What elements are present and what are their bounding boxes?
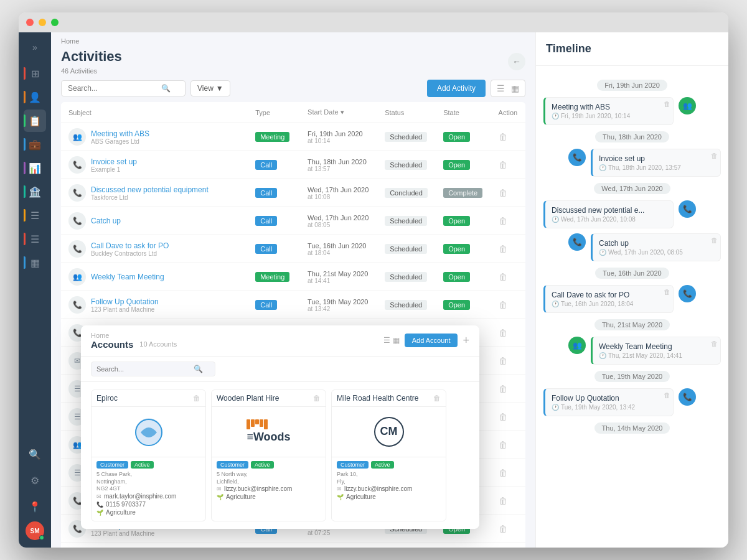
sidebar-item-contacts[interactable]: 👤 (24, 86, 46, 108)
subject-sub-1: Example 1 (91, 166, 137, 173)
sidebar-item-list2[interactable]: ☰ (24, 228, 46, 250)
sidebar-item-accounts[interactable]: 🏦 (24, 180, 46, 203)
overlay-grid-icon[interactable]: ▦ (393, 336, 400, 345)
mileroad-delete-icon[interactable]: 🗑 (433, 394, 441, 403)
delete-row-10[interactable]: 🗑 (499, 412, 507, 422)
account-card-mileroad-header: Mile Road Health Centre 🗑 (332, 390, 446, 407)
sidebar-item-reports[interactable]: 📊 (24, 157, 46, 179)
table-row: 📞 Follow Up Quotation 123 Plant and Mach… (61, 291, 525, 319)
overlay-search-input[interactable] (96, 365, 190, 373)
add-activity-button[interactable]: Add Activity (427, 80, 486, 97)
delete-row-2[interactable]: 🗑 (499, 188, 507, 198)
clock-icon-invoice: 🕐 (599, 164, 606, 171)
tl-card-discussed: Discussed new potential e... 🕐 Wed, 17th… (543, 200, 674, 228)
list1-icon: ☰ (31, 210, 39, 222)
subject-name-4[interactable]: Call Dave to ask for PO (91, 241, 169, 250)
delete-row-12[interactable]: 🗑 (499, 468, 507, 478)
type-badge-1: Call (255, 160, 277, 170)
maximize-btn[interactable] (51, 19, 59, 26)
mileroad-badges: Customer Active (337, 461, 441, 469)
close-btn[interactable] (26, 19, 34, 26)
search-nav-icon[interactable]: 🔍 (24, 443, 46, 465)
timeline-date-thu18: Thu, 18th Jun 2020 (543, 131, 721, 142)
location-icon: 📍 (29, 501, 41, 513)
subject-name-1[interactable]: Invoice set up (91, 157, 137, 166)
status-badge-1: Scheduled (385, 160, 427, 170)
type-badge-6: Call (255, 300, 277, 310)
subject-name-0[interactable]: Meeting with ABS (91, 129, 149, 138)
sidebar-item-grid[interactable]: ▦ (24, 251, 46, 274)
tl-delete-weekly[interactable]: 🗑 (711, 340, 718, 347)
cell-subject: 📞 Invoice set up Example 1 (61, 151, 248, 179)
cell-state-2: Complete (436, 179, 491, 207)
cell-type-2: Call (248, 179, 300, 207)
sidebar-item-list1[interactable]: ☰ (24, 204, 46, 226)
subject-icon-4: 📞 (68, 240, 86, 258)
cell-date-15: Wed, 15th at 20:30 (300, 543, 377, 548)
subject-name-5[interactable]: Weekly Team Meeting (91, 273, 164, 281)
delete-row-9[interactable]: 🗑 (499, 384, 507, 394)
industry-icon-woods: 🌱 (217, 494, 223, 500)
subject-icon-3: 📞 (68, 212, 86, 230)
accounts-icon: 🏦 (29, 186, 41, 198)
epiroc-delete-icon[interactable]: 🗑 (193, 394, 200, 403)
cell-action-7: 🗑 (491, 319, 525, 347)
search-icon: 🔍 (161, 84, 171, 93)
cell-status-3: Scheduled (377, 207, 436, 235)
toolbar: 🔍 View ▼ Add Activity ☰ ▦ (51, 80, 535, 102)
subject-name-2[interactable]: Discussed new potential equipment (91, 185, 209, 194)
sidebar-item-activities[interactable]: 📋 (24, 110, 46, 132)
delete-row-1[interactable]: 🗑 (499, 160, 507, 170)
delete-row-3[interactable]: 🗑 (499, 216, 507, 226)
view-button[interactable]: View ▼ (190, 80, 230, 96)
tl-card-invoice: 🗑 Invoice set up 🕐 Thu, 18th Jun 2020, 1… (591, 149, 721, 177)
tl-delete-calldave[interactable]: 🗑 (664, 288, 670, 296)
subject-name-6[interactable]: Follow Up Quotation (91, 297, 159, 306)
delete-row-14[interactable]: 🗑 (499, 524, 507, 534)
back-button[interactable]: ← (508, 53, 525, 70)
overlay-add-account-button[interactable]: Add Account (405, 334, 458, 347)
overlay-search-box[interactable]: 🔍 (91, 362, 215, 376)
tl-delete-invoice[interactable]: 🗑 (711, 152, 718, 159)
overlay-close-button[interactable]: + (463, 335, 469, 346)
tl-delete-followup[interactable]: 🗑 (664, 391, 670, 399)
delete-row-6[interactable]: 🗑 (499, 300, 507, 310)
accounts-overlay: Home Accounts 10 Accounts ☰ ▦ Add Accoun… (81, 325, 479, 529)
subject-info-6: Follow Up Quotation 123 Plant and Machin… (91, 297, 159, 313)
account-card-mileroad: Mile Road Health Centre 🗑 CM Customer Ac… (331, 390, 446, 521)
sidebar-item-deals[interactable]: 💼 (24, 133, 46, 156)
settings-nav-icon[interactable]: ⚙ (24, 469, 46, 492)
tl-delete-meeting-abs[interactable]: 🗑 (664, 100, 670, 108)
email-icon-mileroad: ✉ (337, 486, 342, 492)
timeline-item-discussed: Discussed new potential e... 🕐 Wed, 17th… (543, 200, 721, 228)
overlay-count: 10 Accounts (139, 340, 177, 348)
user-avatar[interactable]: SM (26, 521, 44, 540)
delete-row-4[interactable]: 🗑 (499, 244, 507, 254)
account-card-woods-body: ≡Woods (212, 407, 326, 457)
grid-view-icon[interactable]: ▦ (509, 83, 521, 94)
cell-action-14: 🗑 (491, 515, 525, 543)
state-badge-5: Open (443, 272, 470, 282)
delete-row-5[interactable]: 🗑 (499, 272, 507, 282)
location-nav-icon[interactable]: 📍 (24, 495, 46, 518)
state-badge-1: Open (443, 160, 470, 170)
overlay-list-icon[interactable]: ☰ (383, 336, 390, 345)
delete-row-8[interactable]: 🗑 (499, 356, 507, 366)
sidebar-toggle[interactable]: » (27, 37, 42, 57)
woods-delete-icon[interactable]: 🗑 (313, 394, 321, 403)
delete-row-7[interactable]: 🗑 (499, 328, 507, 338)
sidebar-item-home[interactable]: ⊞ (24, 62, 46, 85)
list-view-icon[interactable]: ☰ (495, 83, 507, 94)
tl-delete-catchup[interactable]: 🗑 (711, 236, 718, 244)
grid-icon: ▦ (31, 257, 40, 269)
minimize-btn[interactable] (39, 19, 46, 26)
delete-row-11[interactable]: 🗑 (499, 440, 507, 450)
search-box[interactable]: 🔍 (61, 80, 186, 96)
delete-row-0[interactable]: 🗑 (499, 132, 507, 142)
col-startdate[interactable]: Start Date ▾ (300, 102, 377, 123)
delete-row-13[interactable]: 🗑 (499, 496, 507, 506)
cell-date-5: Thu, 21st May 2020 at 14:41 (300, 263, 377, 291)
subject-name-3[interactable]: Catch up (91, 217, 121, 225)
search-input[interactable] (68, 84, 161, 93)
cell-status-0: Scheduled (377, 123, 436, 151)
